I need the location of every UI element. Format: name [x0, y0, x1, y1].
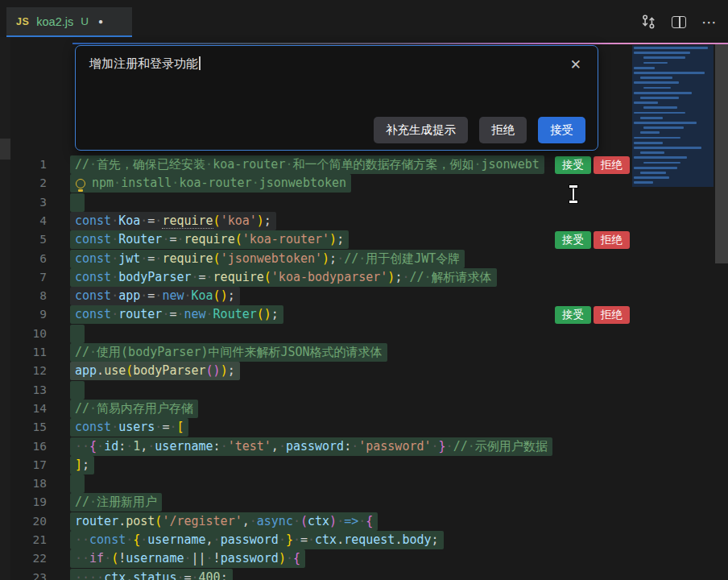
code-line[interactable]: 22··if·(!username·||·!password)·{ — [0, 549, 631, 569]
hunk-accept-button[interactable]: 接受 — [555, 231, 591, 249]
code-line[interactable]: 13 — [0, 381, 631, 400]
code-line[interactable]: 23····ctx.status·=·400; — [0, 569, 631, 580]
code-line-content[interactable]: //·注册新用户 — [70, 493, 162, 512]
code-line-content[interactable]: ··const·{·username,·password·}·=·ctx.req… — [70, 531, 444, 549]
code-line[interactable]: 20router.post('/register',·async·(ctx)·=… — [0, 512, 631, 532]
line-number: 19 — [0, 493, 47, 512]
code-line-content[interactable]: ]; — [70, 456, 94, 474]
tab-filename: koa2.js — [36, 15, 73, 28]
javascript-file-icon: JS — [16, 16, 29, 27]
minimap-line — [634, 81, 679, 84]
open-changes-icon[interactable] — [638, 11, 659, 32]
code-line[interactable]: 4const·Koa·=·require('koa'); — [0, 212, 631, 231]
text-caret — [199, 56, 201, 70]
minimap-line — [643, 106, 677, 109]
hunk-accept-button[interactable]: 接受 — [555, 156, 591, 174]
code-line[interactable]: 16··{·id:·1,·username:·'test',·password:… — [0, 437, 631, 457]
minimap-line — [634, 176, 669, 179]
code-line[interactable]: 1//·首先，确保已经安装·koa-router·和一个简单的数据存储方案，例如… — [0, 155, 631, 175]
hunk-reject-button[interactable]: 拒绝 — [594, 231, 630, 249]
inline-chat-gradient-line — [72, 43, 728, 44]
code-line-content[interactable] — [70, 193, 85, 212]
code-line-content[interactable]: const·router·=·new·Router(); — [70, 305, 283, 324]
inline-chat-buttons: 补充生成提示 拒绝 接受 — [374, 117, 585, 143]
code-line[interactable]: 18 — [0, 474, 631, 494]
code-line[interactable]: 15const·users·=·[ — [0, 418, 631, 437]
code-line[interactable]: 17]; — [0, 456, 631, 475]
minimap-line — [634, 181, 653, 184]
hunk-accept-button[interactable]: 接受 — [555, 306, 591, 324]
code-line[interactable]: 21··const·{·username,·password·}·=·ctx.r… — [0, 531, 631, 550]
code-line[interactable]: 3 — [0, 193, 631, 213]
minimap-line — [640, 97, 679, 99]
hunk-reject-button[interactable]: 拒绝 — [594, 156, 630, 174]
code-line-content[interactable]: //·首先，确保已经安装·koa-router·和一个简单的数据存储方案，例如·… — [70, 155, 544, 174]
code-line-content[interactable]: app.use(bodyParser()); — [70, 362, 240, 380]
minimap-line — [634, 102, 658, 104]
line-number: 4 — [0, 212, 47, 230]
hunk-reject-button[interactable]: 拒绝 — [594, 306, 630, 324]
code-line[interactable]: 12app.use(bodyParser()); — [0, 362, 631, 381]
minimap-line — [634, 156, 687, 159]
inline-chat-input[interactable]: 增加注册和登录功能 — [89, 56, 565, 72]
code-area[interactable]: 1//·首先，确保已经安装·koa-router·和一个简单的数据存储方案，例如… — [0, 155, 631, 580]
line-number: 9 — [0, 305, 47, 324]
minimap-line — [643, 62, 668, 64]
line-number: 13 — [0, 381, 47, 400]
code-line-content[interactable] — [70, 381, 85, 400]
tab-bar: JS koa2.js U ● ⋯ — [0, 0, 728, 37]
line-number: 11 — [0, 343, 47, 362]
line-number: 17 — [0, 456, 47, 474]
code-line-content[interactable]: const·jwt·=·require('jsonwebtoken');·//·… — [70, 250, 465, 268]
dirty-indicator-dot[interactable]: ● — [98, 17, 103, 26]
line-number: 8 — [0, 287, 47, 305]
minimap-line — [634, 52, 690, 54]
discard-button[interactable]: 拒绝 — [479, 117, 527, 143]
code-line[interactable]: 7const·bodyParser·=·require('koa-bodypar… — [0, 268, 631, 288]
code-line[interactable]: 8const·app·=·new·Koa(); — [0, 287, 631, 306]
code-line[interactable]: 19//·注册新用户 — [0, 493, 631, 512]
code-line[interactable]: 11//·使用(bodyParser)中间件来解析JSON格式的请求体 — [0, 343, 631, 362]
regenerate-prompt-button[interactable]: 补充生成提示 — [374, 117, 468, 143]
minimap-line — [634, 142, 663, 144]
scrollbar-track[interactable] — [715, 37, 728, 580]
minimap[interactable] — [632, 45, 714, 187]
code-line[interactable]: 6const·jwt·=·require('jsonwebtoken');·//… — [0, 250, 631, 269]
minimap-line — [634, 167, 677, 169]
code-line-content[interactable]: const·users·=·[ — [70, 418, 188, 437]
code-line-content[interactable]: ··if·(!username·||·!password)·{ — [70, 549, 305, 568]
minimap-line — [640, 172, 666, 174]
code-line[interactable]: 9const·router·=·new·Router(); — [0, 305, 631, 325]
accept-button[interactable]: 接受 — [538, 117, 585, 143]
scrollbar-thumb[interactable] — [715, 44, 728, 263]
code-line-content[interactable]: const·Koa·=·require('koa'); — [70, 212, 276, 230]
close-icon[interactable]: ✕ — [567, 53, 585, 77]
split-editor-icon[interactable] — [668, 11, 689, 32]
code-line[interactable]: 5const·Router·=·require('koa-router'); — [0, 230, 631, 250]
code-line[interactable]: 2npm·install·koa-router·jsonwebtoken — [0, 174, 631, 193]
code-line-content[interactable] — [70, 474, 85, 493]
minimap-line — [640, 131, 660, 134]
code-line-content[interactable]: const·bodyParser·=·require('koa-bodypars… — [70, 268, 497, 287]
code-line-content[interactable]: const·Router·=·require('koa-router'); — [70, 230, 349, 249]
code-line-content[interactable]: ····ctx.status·=·400; — [70, 569, 233, 580]
line-number: 7 — [0, 268, 47, 287]
more-actions-icon[interactable]: ⋯ — [699, 11, 720, 32]
code-line-content[interactable] — [70, 325, 85, 343]
lightbulb-icon[interactable] — [76, 179, 85, 188]
line-number: 22 — [0, 549, 47, 568]
code-line-content[interactable]: //·简易内存用户存储 — [70, 400, 198, 418]
code-line[interactable]: 14//·简易内存用户存储 — [0, 400, 631, 419]
tab-koa2js[interactable]: JS koa2.js U ● — [6, 7, 132, 37]
code-line[interactable]: 10 — [0, 325, 631, 344]
code-line-content[interactable]: npm·install·koa-router·jsonwebtoken — [70, 174, 351, 193]
minimap-line — [640, 151, 664, 154]
minimap-line — [634, 47, 708, 49]
code-line-content[interactable]: //·使用(bodyParser)中间件来解析JSON格式的请求体 — [70, 343, 387, 362]
code-line-content[interactable]: router.post('/register',·async·(ctx)·=>·… — [70, 512, 378, 531]
code-line-content[interactable]: ··{·id:·1,·username:·'test',·password:·'… — [70, 437, 552, 456]
code-line-content[interactable]: const·app·=·new·Koa(); — [70, 287, 240, 305]
minimap-line — [634, 137, 680, 139]
minimap-line — [643, 162, 680, 164]
minimap-line — [634, 92, 692, 94]
